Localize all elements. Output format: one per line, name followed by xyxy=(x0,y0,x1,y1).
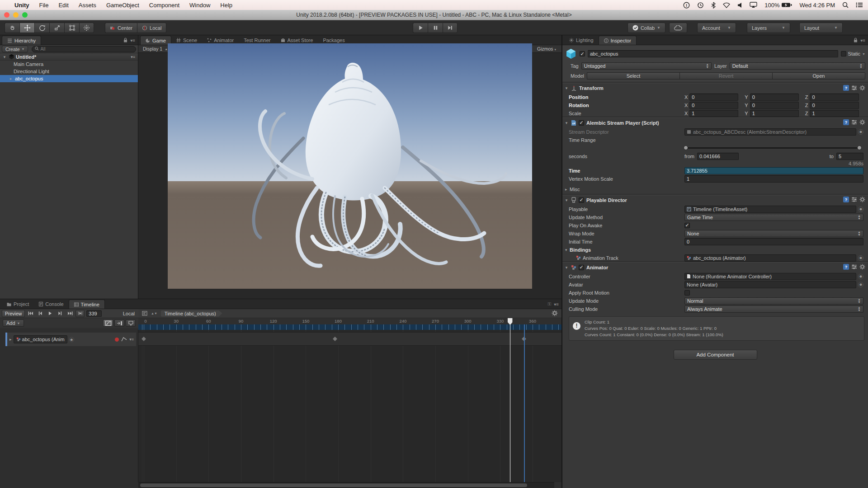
component-enabled-checkbox[interactable]: ✓ xyxy=(579,197,584,203)
object-picker-icon[interactable]: ◉ xyxy=(858,129,863,135)
time-range-slider[interactable] xyxy=(684,147,861,149)
timeline-settings-gear-icon[interactable] xyxy=(552,310,558,317)
initial-time-field[interactable]: 0 xyxy=(684,238,863,245)
collab-button[interactable]: Collab▼ xyxy=(627,23,665,33)
tab-project[interactable]: Project xyxy=(2,300,34,309)
timeline-breadcrumb[interactable]: Timeline (abc_octopus) xyxy=(161,310,222,317)
update-method-dropdown[interactable]: Game Time▲▼ xyxy=(684,214,863,221)
to-field[interactable]: 5 xyxy=(836,153,863,160)
window-titlebar[interactable]: Unity 2018.2.0b8 (64bit) - [PREVIEW PACK… xyxy=(0,10,868,20)
tab-timeline[interactable]: Timeline xyxy=(69,300,105,309)
cloud-button[interactable] xyxy=(669,23,687,33)
transform-scale-y-field[interactable]: 1 xyxy=(750,110,799,117)
hierarchy-item-abc-octopus[interactable]: ▸abc_octopus xyxy=(0,75,138,82)
time-field[interactable]: 3.712855 xyxy=(684,167,863,174)
menu-component[interactable]: Component xyxy=(149,2,179,9)
presets-icon[interactable] xyxy=(851,197,857,203)
gear-icon[interactable] xyxy=(859,85,865,91)
search-input[interactable] xyxy=(40,47,133,52)
foldout-icon[interactable]: ▾ xyxy=(564,265,569,270)
help-icon[interactable]: ? xyxy=(843,197,849,203)
next-frame-button[interactable] xyxy=(56,310,65,317)
range-min-handle[interactable] xyxy=(684,145,688,150)
model-select-button[interactable]: Select xyxy=(587,72,679,80)
pivot-toggle-button[interactable]: Center xyxy=(105,23,137,33)
help-icon[interactable]: ? xyxy=(843,119,849,126)
inspector-menu-icon[interactable]: ▾≡ xyxy=(860,38,865,43)
object-picker-icon[interactable]: ◉ xyxy=(858,206,863,212)
rotation-toggle-button[interactable]: Local xyxy=(137,23,166,33)
wrap-mode-dropdown[interactable]: None▲▼ xyxy=(684,230,863,237)
foldout-icon[interactable]: ▾ xyxy=(564,198,569,202)
transform-tool-button[interactable] xyxy=(79,23,94,33)
timeline-menu-icon[interactable]: ▾≡ xyxy=(554,302,559,307)
static-checkbox[interactable] xyxy=(841,51,846,56)
play-timeline-button[interactable] xyxy=(46,310,55,317)
wifi-icon[interactable] xyxy=(723,2,730,8)
preview-button[interactable]: Preview xyxy=(2,310,25,317)
gear-icon[interactable] xyxy=(859,264,865,271)
tab-console[interactable]: Console xyxy=(34,300,68,309)
avatar-field[interactable]: None (Avatar) xyxy=(684,281,856,288)
range-max-handle[interactable] xyxy=(857,145,862,150)
culling-mode-dropdown[interactable]: Always Animate▲▼ xyxy=(684,305,863,313)
create-button[interactable]: Create▼ xyxy=(2,46,28,52)
component-enabled-checkbox[interactable]: ✓ xyxy=(579,265,584,270)
add-component-button[interactable]: Add Component xyxy=(674,350,757,360)
transform-rotation-z-field[interactable]: 0 xyxy=(810,102,859,109)
controller-field[interactable]: None (Runtime Animator Controller) xyxy=(684,273,856,280)
time-format-dropdown[interactable]: Local xyxy=(123,311,135,316)
timeline-content-area[interactable] xyxy=(138,330,561,482)
animation-track-header[interactable]: ▸ abc_octopus (Anim ◉ ▾≡ xyxy=(5,333,136,346)
inspector-lock-icon[interactable] xyxy=(854,38,858,43)
help-icon[interactable]: ? xyxy=(843,85,849,91)
apply-root-motion-checkbox[interactable] xyxy=(684,290,690,296)
help-icon[interactable]: ? xyxy=(843,264,849,271)
hand-tool-button[interactable] xyxy=(5,23,19,33)
marker-visibility-toggle[interactable] xyxy=(126,319,136,327)
bindings-label[interactable]: Bindings xyxy=(570,247,591,253)
timeline-ruler[interactable]: 0306090120150180210240270300330360 xyxy=(138,318,561,330)
animation-track-lane[interactable] xyxy=(138,332,561,346)
layer-dropdown[interactable]: Default▲▼ xyxy=(730,62,865,70)
presets-icon[interactable] xyxy=(851,120,857,126)
track-curves-icon[interactable] xyxy=(121,337,127,343)
director-header[interactable]: ▾ ✓ Playable Director ? xyxy=(562,195,868,205)
model-open-button[interactable]: Open xyxy=(772,72,865,80)
scale-tool-button[interactable] xyxy=(49,23,64,33)
gizmos-dropdown[interactable]: Gizmos ▾ xyxy=(534,46,559,52)
transform-scale-x-field[interactable]: 1 xyxy=(689,110,738,117)
bluetooth-icon[interactable] xyxy=(711,2,716,9)
tab-inspector[interactable]: Inspector xyxy=(599,36,637,45)
hierarchy-item-directional-light[interactable]: Directional Light xyxy=(0,68,138,75)
foldout-icon[interactable]: ▾ xyxy=(564,86,569,90)
go-to-end-button[interactable] xyxy=(66,310,75,317)
curves-view-toggle[interactable] xyxy=(103,319,113,327)
transform-position-x-field[interactable]: 0 xyxy=(689,94,738,101)
menu-file[interactable]: File xyxy=(39,2,49,9)
stream-descriptor-field[interactable]: abc_octopus_ABCDesc (AlembicStreamDescri… xyxy=(684,128,856,136)
timeline-horizontal-scrollbar[interactable] xyxy=(138,482,554,488)
animation-track-binding-field[interactable]: abc_octopus (Animator) xyxy=(684,254,856,262)
playable-field[interactable]: Timeline (TimelineAsset) xyxy=(684,206,856,213)
gear-icon[interactable] xyxy=(859,119,865,126)
menu-window[interactable]: Window xyxy=(189,2,210,9)
panel-menu-icon[interactable]: ▾≡ xyxy=(130,38,135,43)
close-window-button[interactable] xyxy=(4,12,9,18)
play-range-button[interactable] xyxy=(75,310,85,317)
keyframe-diamond[interactable] xyxy=(142,337,146,341)
transform-rotation-y-field[interactable]: 0 xyxy=(750,102,799,109)
static-toggle[interactable]: Static ▼ xyxy=(841,51,865,56)
tab-lighting[interactable]: Lighting xyxy=(564,36,599,45)
menubar-clock[interactable]: Wed 4:26 PM xyxy=(799,2,835,9)
add-track-button[interactable]: Add▼ xyxy=(3,319,24,327)
animator-header[interactable]: ▾ ✓ Animator ? xyxy=(562,263,868,272)
time-machine-icon[interactable] xyxy=(697,2,704,9)
play-button[interactable] xyxy=(413,23,428,33)
lock-icon[interactable] xyxy=(123,38,127,43)
active-checkbox[interactable]: ✓ xyxy=(580,51,585,56)
track-menu-icon[interactable]: ▾≡ xyxy=(129,337,134,342)
battery-status[interactable]: 100% xyxy=(764,2,792,9)
transform-rotation-x-field[interactable]: 0 xyxy=(689,102,738,109)
component-enabled-checkbox[interactable]: ✓ xyxy=(579,120,584,126)
